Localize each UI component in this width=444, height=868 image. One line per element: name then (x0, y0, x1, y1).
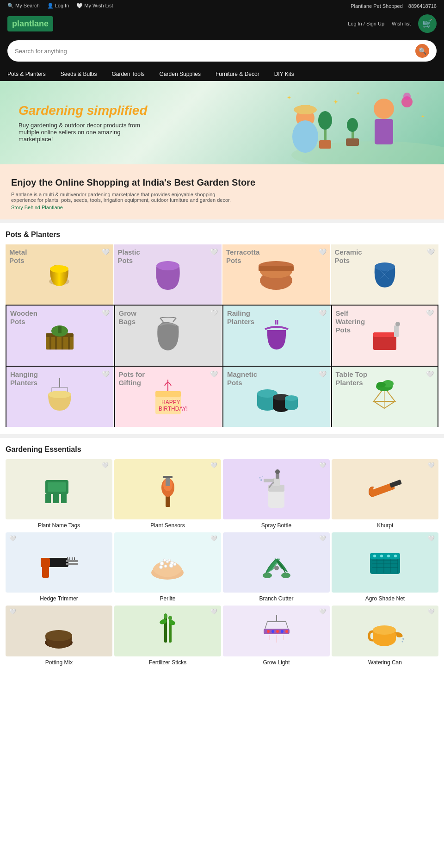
wooden-pots-heart[interactable]: 🤍 (102, 309, 110, 317)
railing-planters-item[interactable]: RailingPlanters 🤍 (222, 306, 330, 366)
spray-bottle-label: Spray Bottle (261, 522, 291, 529)
perlite-item[interactable]: 🤍 Perlite (114, 532, 221, 602)
terracotta-pots-item[interactable]: TerracottaPots 🤍 (222, 244, 330, 305)
plant-sensors-heart[interactable]: 🤍 (210, 462, 217, 468)
branch-cutter-item[interactable]: 🤍 Branch Cutter (223, 532, 330, 602)
grow-light-image: 🤍 (223, 606, 330, 656)
spray-bottle-heart[interactable]: 🤍 (319, 462, 326, 468)
watering-can-label: Watering Can (368, 659, 402, 666)
hedge-trimmer-heart-left[interactable]: 🤍 (9, 535, 16, 542)
hedge-trimmer-item[interactable]: 🤍 Hedge Trimmer (6, 532, 112, 602)
wishlist-header-link[interactable]: Wish list (392, 21, 411, 26)
self-watering-heart[interactable]: 🤍 (426, 309, 434, 317)
potting-mix-image: 🤍 (6, 606, 112, 656)
grow-light-heart[interactable]: 🤍 (319, 608, 326, 615)
essentials-section-title: Gardening Essentials (6, 445, 438, 454)
svg-point-142 (271, 630, 274, 633)
self-watering-pots-label: SelfWateringPots (336, 309, 365, 334)
search-input[interactable] (15, 48, 415, 55)
nav-furniture-decor[interactable]: Furniture & Decor (216, 71, 259, 77)
nav-garden-tools[interactable]: Garden Tools (111, 71, 144, 77)
plastic-pots-heart[interactable]: 🤍 (210, 248, 218, 256)
perlite-image: 🤍 (114, 532, 221, 593)
perlite-heart[interactable]: 🤍 (210, 535, 217, 542)
search-button[interactable]: 🔍 (415, 44, 429, 58)
self-watering-pots-item[interactable]: SelfWateringPots 🤍 (331, 306, 439, 366)
grow-bags-heart[interactable]: 🤍 (210, 309, 218, 317)
logo[interactable]: plantlane (7, 16, 53, 31)
watering-can-item[interactable]: 🤍 Watering Can (332, 606, 438, 666)
svg-point-103 (160, 562, 164, 565)
svg-rect-96 (66, 563, 78, 565)
ceramic-pots-item[interactable]: CeramicPots 🤍 (331, 244, 439, 305)
magnetic-pots-heart[interactable]: 🤍 (319, 370, 327, 378)
fertilizer-heart[interactable]: 🤍 (210, 608, 217, 615)
watering-can-heart[interactable]: 🤍 (428, 608, 435, 615)
hero-heading-styled: simplified (87, 103, 148, 118)
svg-point-44 (395, 322, 400, 326)
svg-point-106 (163, 559, 166, 562)
nav-garden-supplies[interactable]: Garden Supplies (160, 71, 201, 77)
spray-bottle-item[interactable]: 🤍 (223, 459, 330, 529)
pots-gifting-heart[interactable]: 🤍 (210, 370, 218, 378)
hedge-trimmer-image: 🤍 (6, 532, 112, 593)
svg-rect-36 (58, 326, 62, 333)
agro-shade-net-item[interactable]: 🤍 (332, 532, 438, 602)
plant-name-tags-heart[interactable]: 🤍 (102, 462, 109, 468)
login-signup-link[interactable]: Log In / Sign Up (348, 21, 384, 26)
hanging-planters-label: HangingPlanters (10, 370, 38, 387)
svg-point-89 (259, 477, 261, 479)
svg-rect-85 (264, 479, 274, 482)
agro-shade-heart[interactable]: 🤍 (428, 535, 435, 542)
railing-planters-label: RailingPlanters (227, 309, 254, 326)
khurpi-item[interactable]: 🤍 Khurpi (332, 459, 438, 529)
pots-row-3: HangingPlanters 🤍 Pots forGifting 🤍 (6, 366, 438, 427)
hanging-planters-heart[interactable]: 🤍 (102, 370, 110, 378)
pots-gifting-item[interactable]: Pots forGifting 🤍 HAPPY BIRTHDAY! (114, 367, 222, 427)
ceramic-pots-label: CeramicPots (335, 248, 362, 265)
svg-point-70 (376, 382, 386, 387)
branch-cutter-heart[interactable]: 🤍 (319, 535, 326, 542)
svg-point-114 (281, 573, 290, 578)
magnetic-pots-item[interactable]: MagneticPots 🤍 (222, 367, 330, 427)
khurpi-heart[interactable]: 🤍 (428, 462, 435, 468)
hanging-planters-item[interactable]: HangingPlanters 🤍 (6, 367, 113, 427)
svg-rect-42 (373, 332, 396, 337)
table-top-planters-item[interactable]: Table TopPlanters 🤍 (331, 367, 439, 427)
railing-planters-heart[interactable]: 🤍 (319, 309, 327, 317)
table-top-heart[interactable]: 🤍 (426, 370, 434, 378)
pots-row-2: WoodenPots 🤍 GrowBags 🤍 (6, 305, 438, 366)
perlite-label: Perlite (160, 595, 175, 602)
ceramic-pots-heart[interactable]: 🤍 (427, 248, 435, 256)
svg-point-144 (281, 630, 284, 633)
plant-name-tags-item[interactable]: 🤍 Plant Name Tags (6, 459, 112, 529)
hero-heading: Gardening simplified (18, 103, 148, 118)
wooden-pots-label: WoodenPots (10, 309, 37, 326)
log-in-link[interactable]: 👤 Log In (47, 3, 69, 9)
metal-pots-heart[interactable]: 🤍 (102, 248, 110, 256)
svg-point-129 (45, 630, 72, 641)
wishlist-link[interactable]: 🤍 My Wish List (76, 3, 113, 9)
nav-diy-kits[interactable]: DIY Kits (274, 71, 294, 77)
svg-point-107 (168, 559, 171, 562)
fertilizer-sticks-item[interactable]: 🤍 Fertilizer Sticks (114, 606, 221, 666)
metal-pots-item[interactable]: MetalPots 🤍 (6, 244, 113, 305)
grow-bags-item[interactable]: GrowBags 🤍 (114, 306, 222, 366)
svg-point-110 (160, 566, 163, 569)
plastic-pots-item[interactable]: PlasticPots 🤍 (114, 244, 222, 305)
svg-text:HAPPY: HAPPY (161, 399, 180, 406)
nav-seeds-bulbs[interactable]: Seeds & Bulbs (61, 71, 97, 77)
about-story-link[interactable]: Story Behind Plantlane (11, 205, 433, 210)
potting-mix-item[interactable]: 🤍 Potting Mix (6, 606, 112, 666)
pots-section-title: Pots & Planters (6, 231, 438, 239)
grow-light-item[interactable]: 🤍 (223, 606, 330, 666)
potting-mix-heart[interactable]: 🤍 (9, 608, 16, 615)
watering-can-image: 🤍 (332, 606, 438, 656)
wooden-pots-item[interactable]: WoodenPots 🤍 (6, 306, 113, 366)
plant-sensors-item[interactable]: 🤍 Plant Sensors (114, 459, 221, 529)
nav-pots-planters[interactable]: Pots & Planters (7, 71, 46, 77)
cart-button[interactable]: 🛒 (418, 14, 437, 33)
svg-text:✦: ✦ (421, 114, 425, 119)
terracotta-pots-heart[interactable]: 🤍 (319, 248, 327, 256)
my-search-link[interactable]: 🔍 My Search (7, 3, 40, 9)
